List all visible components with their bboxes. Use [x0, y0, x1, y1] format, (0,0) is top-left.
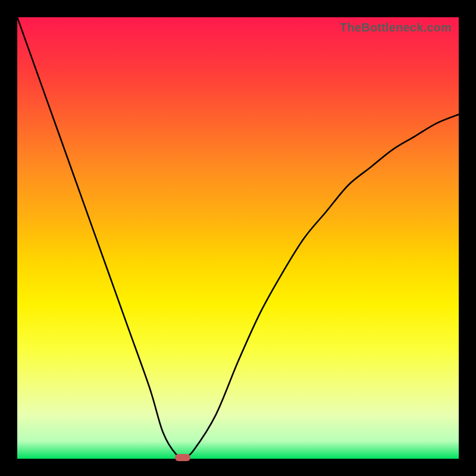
- bottleneck-curve: [17, 17, 459, 457]
- minimum-marker: [175, 454, 190, 461]
- plot-area: TheBottleneck.com: [17, 17, 459, 459]
- curve-svg: [17, 17, 459, 459]
- chart-frame: TheBottleneck.com: [0, 0, 476, 476]
